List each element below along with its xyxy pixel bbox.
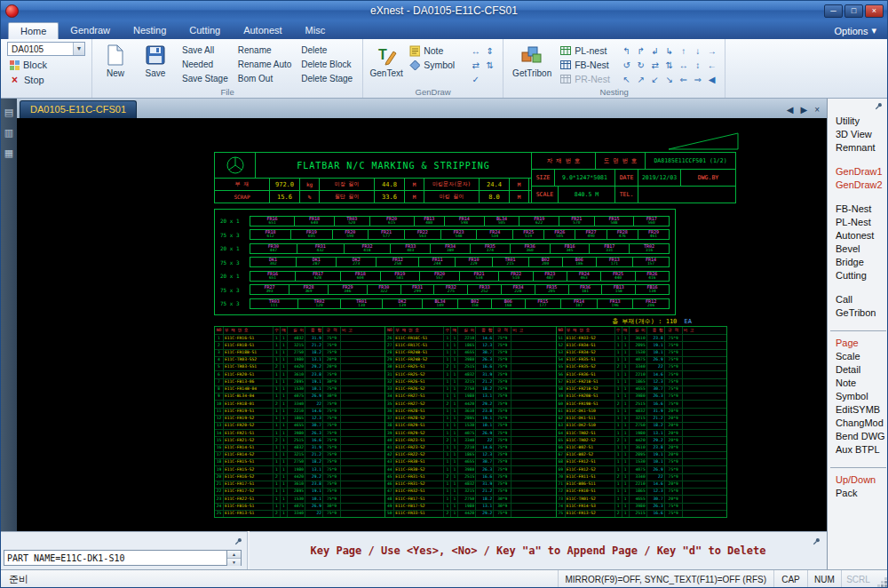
- nesting-arrow-icon[interactable]: ↱: [634, 44, 647, 58]
- doc-close-button[interactable]: ×: [814, 105, 820, 115]
- nesting-arrow-icon[interactable]: ↲: [648, 44, 662, 58]
- nesting-arrow-icon[interactable]: ⇒: [691, 73, 704, 86]
- dock-panel-icon[interactable]: ▦: [4, 148, 13, 158]
- nesting-arrow-icon[interactable]: ↳: [662, 44, 676, 58]
- doc-next-button[interactable]: ▶: [800, 105, 807, 115]
- spinner-up-button[interactable]: ▲: [227, 551, 241, 558]
- sidebar-item-fb-nest[interactable]: FB-Nest: [828, 203, 888, 216]
- part-name-input[interactable]: [4, 550, 227, 566]
- nesting-arrow-icon[interactable]: ←: [705, 59, 718, 72]
- options-button[interactable]: Options ▾: [835, 25, 880, 39]
- ribbon-item-symbol[interactable]: Symbol: [409, 58, 463, 71]
- tab-gendraw[interactable]: Gendraw: [59, 22, 122, 39]
- nesting-arrow-icon[interactable]: ↺: [620, 59, 633, 72]
- message-panel-pin[interactable]: [812, 534, 821, 550]
- gentext-button[interactable]: T GenText: [369, 42, 403, 86]
- ribbon-item-pr-nest[interactable]: PR-Nest: [560, 72, 614, 85]
- new-button[interactable]: New: [99, 42, 132, 86]
- sidebar-item-aux-btpl[interactable]: Aux BTPL: [828, 443, 888, 457]
- nesting-arrow-icon[interactable]: ↕: [691, 59, 704, 72]
- nesting-arrow-icon[interactable]: ↙: [648, 73, 662, 86]
- parts-cell: [683, 496, 726, 502]
- resize-grip[interactable]: [875, 570, 888, 588]
- gendraw-arrow-icon[interactable]: ↔: [469, 44, 482, 58]
- nesting-arrow-icon[interactable]: ◀: [705, 73, 718, 86]
- save-button[interactable]: Save: [139, 42, 172, 86]
- tab-misc[interactable]: Misc: [294, 22, 337, 39]
- sidebar-pin[interactable]: [828, 99, 888, 115]
- parts-cell: 23.8: [305, 481, 323, 488]
- sidebar-item-pack[interactable]: Pack: [828, 487, 888, 500]
- gendraw-arrow-icon[interactable]: ⇄: [469, 59, 482, 72]
- nesting-arrow-icon[interactable]: ↗: [634, 73, 647, 86]
- gettribon-button[interactable]: GetTribon: [510, 42, 554, 86]
- ribbon-item-note[interactable]: Note: [409, 44, 463, 57]
- sidebar-item-bevel[interactable]: Bevel: [828, 242, 888, 256]
- ribbon-item-block[interactable]: Block: [7, 58, 85, 71]
- document-tab[interactable]: DA0105-E11C-CFS01: [20, 100, 137, 118]
- sidebar-item-3d-view[interactable]: 3D View: [828, 128, 888, 141]
- sidebar-item-pl-nest[interactable]: PL-Nest: [828, 216, 888, 229]
- sidebar-item-getribon[interactable]: GeTribon: [828, 306, 888, 320]
- ribbon-item-rename-auto[interactable]: Rename Auto: [234, 58, 296, 71]
- sidebar-item-scale[interactable]: Scale: [828, 350, 888, 363]
- maximize-button[interactable]: □: [844, 4, 863, 18]
- dock-panel-icon[interactable]: ▥: [4, 128, 13, 138]
- sidebar-item-utility[interactable]: Utility: [828, 115, 888, 128]
- gendraw-arrow-icon[interactable]: ⇕: [483, 44, 496, 58]
- nesting-arrow-icon[interactable]: ↻: [634, 59, 647, 72]
- input-panel-pin[interactable]: [234, 534, 243, 550]
- sidebar-item-detail[interactable]: Detail: [828, 363, 888, 377]
- doc-prev-button[interactable]: ◀: [787, 105, 794, 115]
- sidebar-item-cutting[interactable]: Cutting: [828, 269, 888, 282]
- ribbon-item-delete[interactable]: Delete: [297, 44, 356, 57]
- ribbon-item-rename[interactable]: Rename: [234, 44, 296, 57]
- nesting-arrow-icon[interactable]: ↘: [662, 73, 676, 86]
- drawing-canvas[interactable]: FLATBAR N/C MARKING & STRIPPING 부 재972.0…: [17, 118, 827, 531]
- nesting-arrow-icon[interactable]: ↰: [620, 44, 633, 58]
- sidebar-item-note[interactable]: Note: [828, 377, 888, 390]
- nesting-arrow-icon[interactable]: ↖: [620, 73, 633, 86]
- spinner-down-button[interactable]: ▼: [227, 558, 241, 566]
- sidebar-item-editsymb[interactable]: EditSYMB: [828, 403, 888, 417]
- sidebar-item-symbol[interactable]: Symbol: [828, 390, 888, 403]
- strip-bar: FR18612FR19605FR20590FR21577FR22563FR235…: [250, 229, 670, 240]
- sidebar-item-gendraw2[interactable]: GenDraw2: [828, 179, 888, 192]
- ribbon-item-pl-nest[interactable]: PL-nest: [560, 44, 614, 57]
- gendraw-arrow-icon[interactable]: ⇅: [483, 59, 496, 72]
- close-button[interactable]: ×: [865, 4, 884, 18]
- block-combobox[interactable]: DA0105 ▼: [7, 42, 85, 56]
- ribbon-item-delete-stage[interactable]: Delete Stage: [297, 72, 356, 85]
- nesting-arrow-icon[interactable]: →: [705, 44, 718, 58]
- sidebar-item-changmod[interactable]: ChangMod: [828, 417, 888, 430]
- ribbon-item-bom-out[interactable]: Bom Out: [234, 72, 296, 85]
- sidebar-item-bridge[interactable]: Bridge: [828, 256, 888, 269]
- ribbon-item-stop[interactable]: × Stop: [7, 73, 85, 86]
- tab-autonest[interactable]: Autonest: [232, 22, 293, 39]
- sidebar-item-gendraw1[interactable]: GenDraw1: [828, 165, 888, 179]
- sidebar-item-page[interactable]: Page: [828, 337, 888, 350]
- nesting-arrow-icon[interactable]: ⇄: [648, 59, 662, 72]
- sidebar-item-call[interactable]: Call: [828, 293, 888, 306]
- gendraw-arrow-icon[interactable]: ✓: [469, 73, 482, 86]
- nesting-arrow-icon[interactable]: ↑: [677, 44, 690, 58]
- tab-cutting[interactable]: Cutting: [178, 22, 232, 39]
- tab-home[interactable]: Home: [8, 22, 59, 39]
- dock-panel-icon[interactable]: ▤: [4, 107, 13, 117]
- sidebar-item-up-down[interactable]: Up/Down: [828, 473, 888, 487]
- ribbon-item-save-all[interactable]: Save All: [178, 44, 232, 57]
- sidebar-item-remnant[interactable]: Remnant: [828, 141, 888, 155]
- ribbon-item-needed[interactable]: Needed: [178, 58, 232, 71]
- nesting-arrow-icon[interactable]: ⇅: [662, 59, 676, 72]
- nesting-arrow-icon[interactable]: ↔: [677, 59, 690, 72]
- ribbon-item-fb-nest[interactable]: FB-Nest: [560, 58, 614, 71]
- combobox-arrow-icon[interactable]: ▼: [73, 43, 84, 55]
- ribbon-item-save-stage[interactable]: Save Stage: [178, 72, 232, 85]
- minimize-button[interactable]: ─: [824, 4, 843, 18]
- sidebar-item-bend-dwg[interactable]: Bend DWG: [828, 430, 888, 443]
- tab-nesting[interactable]: Nesting: [122, 22, 178, 39]
- nesting-arrow-icon[interactable]: ↓: [691, 44, 704, 58]
- ribbon-item-delete-block[interactable]: Delete Block: [297, 58, 356, 71]
- nesting-arrow-icon[interactable]: ⇐: [677, 73, 690, 86]
- sidebar-item-autonest[interactable]: Autonest: [828, 229, 888, 242]
